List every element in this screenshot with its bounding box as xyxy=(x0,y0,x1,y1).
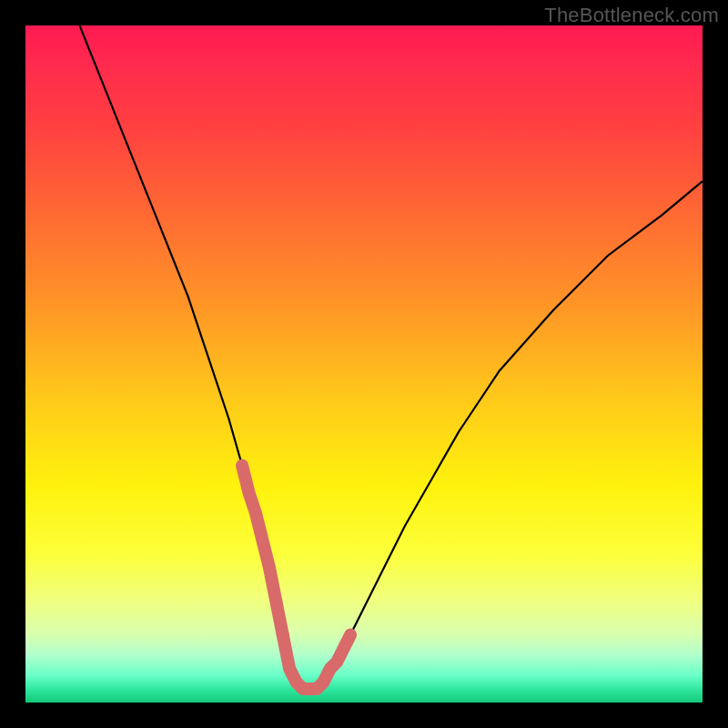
plot-area xyxy=(25,25,703,703)
highlight-left-segment xyxy=(242,466,283,635)
curve-layer xyxy=(25,25,703,703)
highlight-right-segment xyxy=(323,635,350,682)
bottleneck-curve-line xyxy=(80,25,703,689)
watermark-text: TheBottleneck.com xyxy=(544,4,719,27)
chart-frame: TheBottleneck.com xyxy=(0,0,728,728)
